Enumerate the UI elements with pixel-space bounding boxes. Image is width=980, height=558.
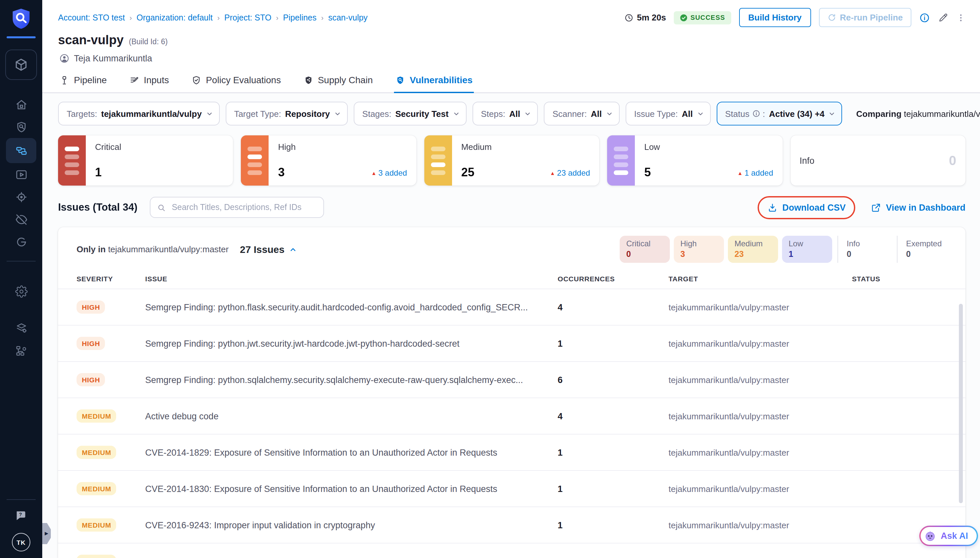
issue-target: tejakummarikuntla/vulpy:master	[669, 484, 852, 494]
severity-level-bar	[614, 170, 628, 175]
issue-title: CVE-2014-1829: Exposure of Sensitive Inf…	[145, 447, 558, 457]
chip-count: 1	[789, 249, 826, 259]
layers-settings-icon	[15, 322, 28, 335]
filter-steps[interactable]: Steps:All	[472, 102, 538, 125]
group-issue-count: 27 Issues	[240, 244, 285, 255]
breadcrumb-separator: ›	[321, 13, 323, 21]
filter-targettype[interactable]: Target Type:Repository	[225, 102, 347, 125]
filter-status[interactable]: Status:Active (34) +4	[717, 102, 842, 125]
chip-info[interactable]: Info 0	[838, 236, 892, 263]
help-chat-icon[interactable]: ?	[14, 509, 28, 522]
filter-label: Issue Type:	[634, 108, 678, 118]
more-options-icon[interactable]	[956, 12, 965, 23]
sidebar-item-pipelines[interactable]	[6, 138, 36, 163]
collapse-chevron-icon[interactable]	[289, 245, 297, 253]
sidebar-item-executions[interactable]	[6, 163, 36, 185]
issue-row[interactable]: HIGH Semgrep Finding: python.jwt.securit…	[58, 325, 965, 361]
sidebar-item-layers-settings[interactable]	[6, 317, 36, 340]
filter-issuetype[interactable]: Issue Type:All	[626, 102, 711, 125]
comparing-label: Comparing tejakummarikuntla/vulpy:master…	[856, 108, 980, 118]
issue-row[interactable]: HIGH Semgrep Finding: python.flask.secur…	[58, 289, 965, 325]
sidebar-item-org-settings[interactable]	[6, 340, 36, 362]
issue-title: CVE-2017-11424: PyJWT vulnerable to key …	[145, 556, 558, 558]
user-avatar[interactable]: TK	[12, 533, 30, 551]
filter-label: Targets:	[67, 108, 97, 118]
module-selector-button[interactable]	[5, 49, 37, 80]
chip-medium[interactable]: Medium 23	[728, 236, 778, 263]
issue-row[interactable]: HIGH Semgrep Finding: python.sqlalchemy.…	[58, 361, 965, 397]
issues-list-card: Only in tejakummarikuntla/vulpy:master 2…	[58, 227, 965, 558]
build-history-button[interactable]: Build History	[739, 8, 811, 27]
issue-row[interactable]: MEDIUM Active debug code 4 tejakummariku…	[58, 397, 965, 434]
severity-level-bar	[431, 146, 445, 151]
severity-level-bar	[248, 146, 262, 151]
info-icon[interactable]	[919, 12, 930, 23]
filter-value: Repository	[285, 108, 330, 118]
issue-row[interactable]: MEDIUM CVE-2014-1830: Exposure of Sensit…	[58, 470, 965, 507]
harness-sto-logo-icon[interactable]	[10, 7, 32, 30]
severity-summary-cards: Critical1High3▲3 addedMedium25▲23 addedL…	[58, 135, 965, 185]
sidebar-item-settings-gear[interactable]	[6, 280, 36, 302]
severity-card-high[interactable]: High3▲3 added	[241, 135, 416, 185]
rerun-pipeline-button[interactable]: Re-run Pipeline	[819, 8, 911, 27]
sidebar-item-targets[interactable]	[6, 185, 36, 208]
breadcrumb-link[interactable]: Organization: default	[137, 13, 213, 22]
tab-vulnerabilities[interactable]: Vulnerabilities	[394, 69, 474, 93]
page-title: scan-vulpy	[58, 33, 124, 48]
issue-title: CVE-2016-9243: Improper input validation…	[145, 520, 558, 530]
severity-card-critical[interactable]: Critical1	[58, 135, 233, 185]
issues-toolbar: Issues (Total 34) Download CSV	[58, 197, 965, 218]
severity-card-low[interactable]: Low5▲1 added	[607, 135, 782, 185]
severity-level-bar	[431, 170, 445, 175]
breadcrumb-link[interactable]: Pipelines	[283, 13, 316, 22]
tab-label: Pipeline	[74, 75, 107, 85]
severity-added-delta: ▲3 added	[371, 168, 407, 178]
chevron-down-icon	[829, 110, 836, 117]
issue-title: CVE-2014-1830: Exposure of Sensitive Inf…	[145, 484, 558, 494]
issue-row[interactable]: MEDIUM CVE-2016-9243: Improper input val…	[58, 507, 965, 543]
sidebar-item-exemptions-eye-off[interactable]	[6, 208, 36, 230]
ask-ai-button[interactable]: Ask AI	[919, 526, 978, 546]
column-header-occurrences: OCCURRENCES	[558, 275, 669, 282]
search-input[interactable]	[170, 202, 317, 213]
filter-stages[interactable]: Stages:Security Test	[354, 102, 466, 125]
filter-targets[interactable]: Targets:tejakummarikuntla/vulpy	[58, 102, 219, 125]
chip-critical[interactable]: Critical 0	[620, 236, 670, 263]
issues-group-header[interactable]: Only in tejakummarikuntla/vulpy:master 2…	[58, 227, 965, 267]
edit-pipeline-icon[interactable]	[938, 12, 948, 23]
breadcrumb-link[interactable]: scan-vulpy	[328, 13, 368, 22]
clock-icon	[624, 13, 633, 22]
pipelines-icon	[15, 144, 28, 157]
chip-label: Critical	[626, 239, 663, 248]
severity-card-label: Low	[644, 142, 773, 152]
issues-search	[150, 197, 324, 218]
chip-exempted[interactable]: Exempted 0	[897, 236, 951, 263]
person-icon	[59, 54, 69, 63]
chip-high[interactable]: High 3	[674, 236, 724, 263]
severity-added-delta: ▲1 added	[738, 168, 774, 178]
execution-tabs: PipelineInputsPolicy EvaluationsSupply C…	[42, 69, 980, 93]
breadcrumb-link[interactable]: Project: STO	[224, 13, 272, 22]
filter-scanner[interactable]: Scanner:All	[544, 102, 619, 125]
column-header-issue: ISSUE	[145, 275, 558, 282]
tab-policy-evaluations[interactable]: Policy Evaluations	[190, 69, 282, 93]
download-csv-button[interactable]: Download CSV	[768, 202, 846, 212]
breadcrumb-link[interactable]: Account: STO test	[58, 13, 125, 22]
chip-low[interactable]: Low 1	[782, 236, 832, 263]
sidebar-item-getting-started[interactable]	[6, 230, 36, 253]
sidebar-item-scan-shield[interactable]	[6, 116, 36, 138]
occurrences-count: 1	[558, 338, 669, 348]
view-in-dashboard-button[interactable]: View in Dashboard	[872, 202, 965, 212]
vertical-scrollbar[interactable]	[959, 304, 963, 503]
tab-supply-chain[interactable]: Supply Chain	[302, 69, 374, 93]
tab-pipeline[interactable]: Pipeline	[58, 69, 108, 93]
severity-card-medium[interactable]: Medium25▲23 added	[424, 135, 600, 185]
severity-card-info[interactable]: Info0	[790, 135, 965, 185]
tab-inputs[interactable]: Inputs	[128, 69, 170, 93]
issue-row[interactable]: MEDIUM CVE-2014-1829: Exposure of Sensit…	[58, 434, 965, 470]
occurrences-count: 1	[558, 447, 669, 457]
sidebar-item-home[interactable]	[6, 93, 36, 116]
info-icon	[752, 110, 760, 118]
breadcrumb-separator: ›	[276, 13, 278, 21]
issue-row[interactable]: MEDIUM CVE-2017-11424: PyJWT vulnerable …	[58, 543, 965, 558]
